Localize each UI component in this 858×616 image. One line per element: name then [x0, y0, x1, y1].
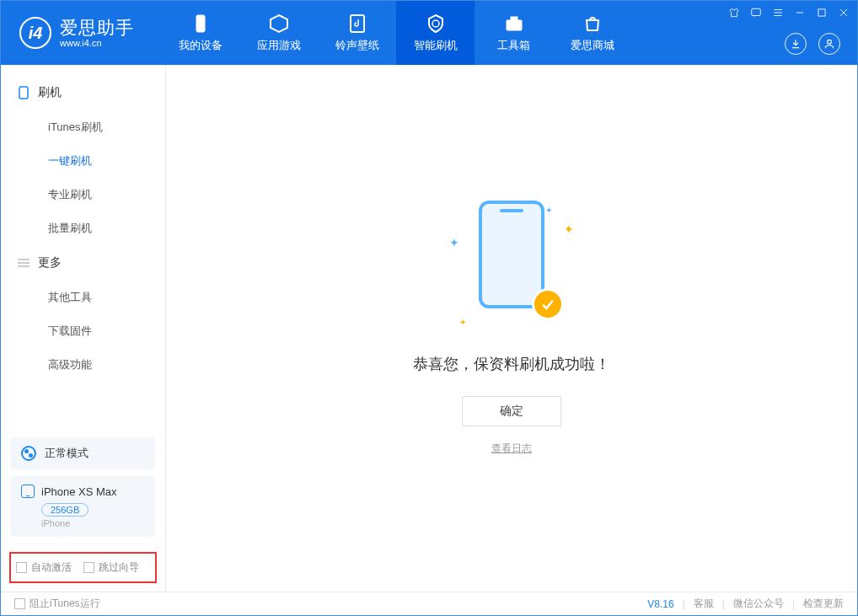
checkbox-skip-guide[interactable]: 跳过向导 [83, 560, 139, 575]
nav-tab-flash[interactable]: 智能刷机 [396, 1, 475, 65]
flash-options-highlighted: 自动激活 跳过向导 [9, 552, 157, 583]
nav-tab-store[interactable]: 爱思商城 [553, 1, 631, 65]
nav-tab-label: 应用游戏 [257, 38, 301, 53]
nav-tab-device[interactable]: 我的设备 [161, 1, 239, 65]
device-icon [190, 13, 211, 34]
nav-tabs: 我的设备 应用游戏 铃声壁纸 智能刷机 工具箱 爱思商城 [161, 1, 631, 65]
cube-icon [269, 13, 289, 34]
feedback-icon[interactable] [749, 6, 763, 19]
nav-tab-label: 我的设备 [179, 38, 223, 53]
nav-tab-apps[interactable]: 应用游戏 [239, 1, 318, 65]
checkbox-auto-activate[interactable]: 自动激活 [16, 560, 72, 575]
sidebar-section-title: 刷机 [38, 85, 62, 100]
toolbox-icon [504, 13, 524, 34]
sidebar-item-download-firmware[interactable]: 下载固件 [1, 314, 165, 348]
window-controls [727, 6, 850, 19]
shirt-icon[interactable] [727, 6, 741, 19]
nav-tab-label: 工具箱 [497, 38, 530, 53]
app-url: www.i4.cn [60, 38, 134, 48]
svg-rect-3 [511, 17, 517, 20]
checkbox-icon [83, 562, 94, 573]
sidebar-item-batch-flash[interactable]: 批量刷机 [1, 212, 165, 245]
success-message: 恭喜您，保资料刷机成功啦！ [413, 354, 610, 374]
mode-card[interactable]: 正常模式 [11, 437, 155, 469]
checkbox-icon [14, 598, 25, 609]
logo-area: i4 爱思助手 www.i4.cn [1, 1, 161, 65]
mode-label: 正常模式 [45, 446, 88, 461]
version-label: V8.16 [647, 598, 673, 610]
storage-badge: 256GB [41, 503, 88, 517]
sparkle-icon: ✦ [545, 206, 552, 215]
app-logo-icon: i4 [19, 17, 51, 49]
status-bar: 阻止iTunes运行 V8.16 | 客服 | 微信公众号 | 检查更新 [1, 592, 857, 615]
device-panel: 正常模式 iPhone XS Max 256GB iPhone [1, 429, 165, 545]
main-content: ✦ ✦ ✦ ✦ 恭喜您，保资料刷机成功啦！ 确定 查看日志 [166, 65, 857, 592]
nav-tab-ringtone[interactable]: 铃声壁纸 [318, 1, 396, 65]
svg-rect-9 [818, 9, 825, 16]
mode-icon [21, 446, 36, 461]
phone-outline-icon [18, 87, 29, 99]
sidebar-item-pro-flash[interactable]: 专业刷机 [1, 178, 165, 212]
nav-tab-label: 铃声壁纸 [335, 38, 379, 53]
minimize-button[interactable] [793, 6, 807, 19]
confirm-button[interactable]: 确定 [462, 396, 561, 426]
device-card[interactable]: iPhone XS Max 256GB iPhone [11, 476, 155, 537]
phone-illustration-icon [479, 201, 544, 308]
nav-tab-toolbox[interactable]: 工具箱 [475, 1, 553, 65]
checkbox-icon [16, 562, 27, 573]
svg-rect-0 [196, 15, 205, 32]
sparkle-icon: ✦ [449, 236, 459, 249]
checkmark-badge-icon [532, 288, 564, 320]
store-icon [582, 13, 603, 34]
footer-link-wechat[interactable]: 微信公众号 [733, 597, 784, 611]
close-button[interactable] [837, 6, 850, 19]
nav-tab-label: 爱思商城 [571, 38, 614, 53]
sidebar-item-itunes-flash[interactable]: iTunes刷机 [1, 110, 165, 144]
sparkle-icon: ✦ [564, 222, 574, 236]
svg-rect-13 [19, 87, 28, 99]
sidebar-section-title: 更多 [38, 255, 62, 271]
checkbox-block-itunes[interactable]: 阻止iTunes运行 [14, 597, 100, 611]
user-icon[interactable] [818, 33, 840, 55]
list-icon [18, 257, 29, 269]
sidebar-section-flash: 刷机 [1, 75, 165, 110]
checkbox-label: 自动激活 [31, 560, 72, 575]
header-right-icons [785, 33, 840, 55]
sidebar-section-more: 更多 [1, 245, 165, 281]
sidebar: 刷机 iTunes刷机 一键刷机 专业刷机 批量刷机 更多 其他工具 下载固件 … [1, 65, 166, 592]
view-log-link[interactable]: 查看日志 [491, 442, 532, 456]
checkbox-label: 跳过向导 [99, 560, 139, 575]
nav-tab-label: 智能刷机 [414, 38, 458, 53]
sidebar-item-oneclick-flash[interactable]: 一键刷机 [1, 144, 165, 178]
checkbox-label: 阻止iTunes运行 [29, 597, 100, 611]
music-file-icon [347, 13, 367, 34]
svg-rect-2 [507, 20, 522, 30]
download-icon[interactable] [785, 33, 807, 55]
phone-icon [21, 485, 35, 498]
sidebar-item-advanced[interactable]: 高级功能 [1, 348, 165, 382]
footer-link-update[interactable]: 检查更新 [803, 597, 844, 611]
success-illustration: ✦ ✦ ✦ ✦ [436, 201, 587, 335]
menu-icon[interactable] [771, 6, 785, 19]
maximize-button[interactable] [815, 6, 829, 19]
sidebar-item-other-tools[interactable]: 其他工具 [1, 281, 165, 314]
svg-rect-1 [351, 15, 364, 32]
footer-link-support[interactable]: 客服 [694, 597, 714, 611]
sparkle-icon: ✦ [459, 318, 466, 327]
app-header: i4 爱思助手 www.i4.cn 我的设备 应用游戏 铃声壁纸 智能刷机 工具… [1, 1, 857, 65]
svg-point-12 [828, 40, 832, 44]
app-name: 爱思助手 [60, 18, 134, 37]
device-type: iPhone [41, 518, 145, 528]
device-name: iPhone XS Max [41, 485, 117, 498]
flash-icon [426, 13, 446, 34]
svg-rect-4 [752, 8, 761, 15]
